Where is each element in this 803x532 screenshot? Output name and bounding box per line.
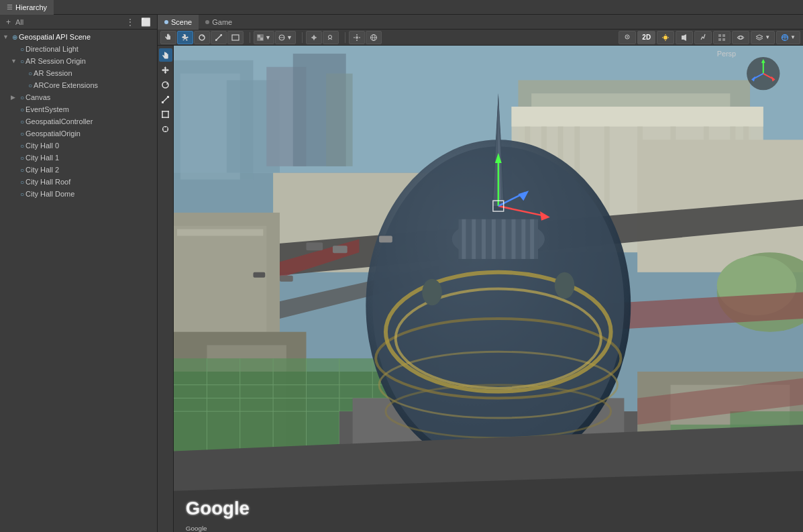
- item-label: Geospatial API Scene: [19, 33, 91, 41]
- viewport-area: Scene Game: [158, 15, 803, 532]
- view-btn-scene-visibility[interactable]: [732, 31, 749, 44]
- maximize-button[interactable]: ⬜: [139, 17, 153, 28]
- more-options-button[interactable]: ⋮: [124, 17, 136, 28]
- hierarchy-item-city-hall-0[interactable]: ○ City Hall 0: [0, 140, 157, 152]
- toolbar-btn-pivot[interactable]: [349, 31, 365, 44]
- svg-rect-138: [253, 272, 265, 278]
- item-label: AR Session: [34, 69, 72, 77]
- object-icon: ○: [20, 154, 24, 162]
- toolbar-btn-collab[interactable]: [323, 31, 339, 44]
- toolbar-right: 2D ▼: [619, 31, 800, 44]
- toolbar-btn-rect[interactable]: [227, 31, 244, 44]
- svg-rect-127: [530, 219, 534, 259]
- view-btn-layers[interactable]: ▼: [751, 31, 775, 44]
- hierarchy-item-city-hall-dome[interactable]: ○ City Hall Dome: [0, 188, 157, 200]
- item-label: Canvas: [25, 93, 50, 101]
- tab-hierarchy[interactable]: ☰ Hierarchy: [0, 0, 54, 15]
- svg-point-132: [555, 272, 575, 299]
- tab-scene[interactable]: Scene: [158, 15, 199, 30]
- toolbar-btn-gizmo[interactable]: [306, 31, 322, 44]
- toolbar-btn-global[interactable]: [366, 31, 382, 44]
- hierarchy-item-city-hall-1[interactable]: ○ City Hall 1: [0, 152, 157, 164]
- tool-custom[interactable]: [159, 122, 172, 136]
- tool-rotate[interactable]: [159, 78, 172, 91]
- hierarchy-item-city-hall-roof[interactable]: ○ City Hall Roof: [0, 176, 157, 188]
- svg-rect-6: [258, 35, 260, 38]
- object-icon: ○: [20, 142, 24, 150]
- item-label: GeospatialOrigin: [25, 129, 81, 138]
- hierarchy-item-ar-session[interactable]: ○ AR Session: [0, 67, 157, 79]
- svg-point-131: [422, 279, 442, 305]
- svg-rect-122: [482, 219, 486, 259]
- effects-dropdown[interactable]: ▼: [275, 31, 296, 44]
- hierarchy-item-event-system[interactable]: ○ EventSystem: [0, 103, 157, 115]
- toolbar-btn-hand[interactable]: [160, 31, 176, 44]
- svg-rect-4: [232, 35, 239, 40]
- hierarchy-item-geospatial-api-scene[interactable]: ▼ ⊕ Geospatial API Scene: [0, 31, 157, 43]
- svg-text:Google: Google: [186, 525, 207, 532]
- add-button[interactable]: +: [4, 17, 13, 28]
- object-icon: ○: [20, 178, 24, 186]
- item-label: City Hall 1: [25, 154, 59, 162]
- tool-hand[interactable]: [159, 48, 172, 62]
- svg-rect-33: [722, 38, 725, 41]
- scene-image-container[interactable]: Persp Google Google Google: [174, 46, 803, 532]
- hierarchy-item-ar-session-origin[interactable]: ▼ ○ AR Session Origin: [0, 55, 157, 67]
- toolbar-btn-rotate[interactable]: [194, 31, 210, 44]
- toolbar-btn-move[interactable]: [177, 31, 193, 44]
- item-label: City Hall 0: [25, 142, 59, 150]
- object-icon: ○: [20, 46, 24, 53]
- grid-tools-group: ▼ ▼: [254, 31, 296, 44]
- viewport-canvas[interactable]: Persp Google Google Google: [158, 46, 803, 532]
- svg-rect-63: [512, 107, 763, 127]
- view-btn-layout[interactable]: ▼: [776, 31, 800, 44]
- tab-game-label: Game: [212, 18, 232, 26]
- hierarchy-item-geospatial-origin[interactable]: ○ GeospatialOrigin: [0, 127, 157, 140]
- tool-move[interactable]: [159, 63, 172, 76]
- hierarchy-item-directional-light[interactable]: ○ Directional Light: [0, 43, 157, 55]
- svg-rect-137: [379, 236, 392, 243]
- item-label: ARCore Extensions: [34, 81, 98, 89]
- separator-2: [302, 32, 303, 43]
- tool-rect-transform[interactable]: [159, 107, 172, 121]
- svg-text:Google: Google: [186, 498, 250, 519]
- view-btn-audio[interactable]: [676, 31, 693, 44]
- view-btn-2d[interactable]: 2D: [637, 31, 655, 44]
- hierarchy-item-arcore-extensions[interactable]: ○ ARCore Extensions: [0, 79, 157, 91]
- view-btn-gizmos[interactable]: [713, 31, 731, 44]
- svg-rect-123: [492, 219, 496, 259]
- svg-rect-120: [462, 219, 466, 259]
- expand-arrow: ▼: [3, 34, 11, 40]
- tab-game[interactable]: Game: [199, 15, 239, 30]
- expand-arrow: ▼: [11, 58, 19, 64]
- toolbar-btn-scale[interactable]: [211, 31, 227, 44]
- svg-rect-2: [215, 39, 217, 41]
- svg-rect-31: [722, 34, 725, 37]
- scene-icon: ⊕: [12, 34, 17, 41]
- shading-dropdown[interactable]: ▼: [254, 31, 274, 44]
- view-btn-lighting[interactable]: [657, 31, 674, 44]
- svg-rect-124: [502, 219, 506, 259]
- tool-scale[interactable]: [159, 93, 172, 106]
- svg-point-14: [356, 36, 358, 39]
- svg-point-24: [663, 36, 667, 40]
- object-icon: ○: [20, 130, 24, 138]
- hierarchy-item-city-hall-2[interactable]: ○ City Hall 2: [0, 164, 157, 176]
- svg-rect-139: [280, 276, 293, 282]
- object-icon: ○: [28, 70, 32, 77]
- scene-svg: Persp Google Google Google: [174, 46, 803, 532]
- hierarchy-list: ▼ ⊕ Geospatial API Scene ○ Directional L…: [0, 30, 157, 532]
- svg-point-23: [627, 36, 628, 38]
- view-tools-group: [349, 31, 382, 44]
- object-icon: ○: [20, 118, 24, 125]
- view-btn-render[interactable]: [619, 31, 636, 44]
- svg-rect-29: [682, 36, 684, 40]
- view-btn-fx[interactable]: [694, 31, 712, 44]
- hierarchy-item-geospatial-controller[interactable]: ○ GeospatialController: [0, 115, 157, 127]
- tab-indicator: [164, 20, 168, 24]
- hierarchy-item-canvas[interactable]: ▶ ○ Canvas: [0, 91, 157, 103]
- item-label: GeospatialController: [25, 117, 93, 125]
- tab-hierarchy-label: Hierarchy: [15, 3, 47, 11]
- svg-point-46: [168, 117, 169, 118]
- svg-rect-135: [306, 242, 323, 250]
